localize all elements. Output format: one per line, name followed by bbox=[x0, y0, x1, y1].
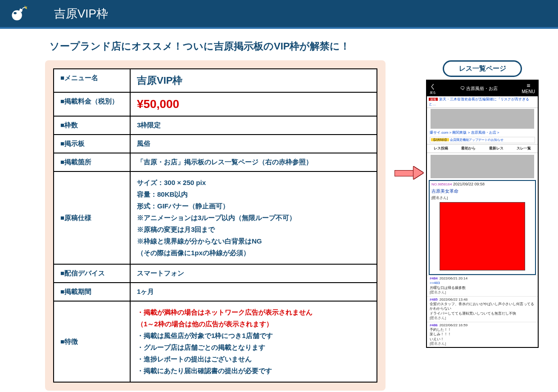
row-device-value: スマートフォン bbox=[137, 269, 184, 277]
feature-line: ・進捗レポートの提出はございません bbox=[137, 354, 370, 365]
tab-list[interactable]: スレ一覧 bbox=[517, 146, 531, 151]
feature-line-red: ・掲載が満枠の場合はネットワーク広告が表示されません bbox=[137, 307, 370, 318]
spec-table: ■メニュー名 吉原VIP枠 ■掲載料金（税別） ¥50,000 ■枠数 3枠限定… bbox=[53, 68, 377, 383]
back-label: 戻る bbox=[430, 90, 436, 95]
post-reply[interactable]: >>483 bbox=[430, 281, 440, 285]
spec-card: ■メニュー名 吉原VIP枠 ■掲載料金（税別） ¥50,000 ■枠数 3枠限定… bbox=[45, 60, 386, 391]
post-num[interactable]: #486 bbox=[430, 323, 438, 327]
row-feature-label: ■特徴 bbox=[54, 301, 130, 382]
breadcrumb[interactable]: 爆サイ.com > 南関東版 > 吉原風俗・お店 > bbox=[427, 130, 538, 136]
feature-line: ・グループ店は店舗ごとの掲載となります bbox=[137, 342, 370, 353]
phone-title: 🗨 吉原風俗・お店 bbox=[460, 86, 498, 91]
post-ts: 2022/06/22 13:48 bbox=[440, 297, 467, 302]
feature-line: ・掲載にあたり届出確認書の提出が必要です bbox=[137, 365, 370, 376]
tab-post[interactable]: レス投稿 bbox=[434, 146, 448, 151]
post-sig: [匿名さん] bbox=[430, 290, 535, 295]
row-location-label: ■掲載箇所 bbox=[54, 153, 130, 171]
post-item: #4862022/06/22 16:59 予約した！！ 楽しみ！！！ いえい！ … bbox=[427, 322, 538, 347]
svg-point-5 bbox=[14, 12, 16, 14]
post-item: #4842022/06/21 20:14 >>483 月曜な日は帰る嬢多数 [匿… bbox=[427, 275, 538, 296]
thread-no: NO.9858164 bbox=[431, 182, 452, 186]
post-num[interactable]: #484 bbox=[430, 276, 438, 280]
post-num[interactable]: #485 bbox=[430, 297, 438, 302]
post-body: 予約した！！ 楽しみ！！！ いえい！ bbox=[430, 328, 535, 342]
spec-line: ※原稿の変更は月3回まで bbox=[137, 224, 370, 235]
spec-line: ※アニメーションは3ループ以内（無限ループ不可） bbox=[137, 212, 370, 223]
row-slots-value: 3枠限定 bbox=[137, 121, 161, 129]
ad-placeholder bbox=[431, 109, 534, 129]
spec-line: 形式：GIFバナー（静止画可） bbox=[137, 201, 370, 212]
row-menu-label: ■メニュー名 bbox=[54, 69, 130, 92]
chevron-left-icon: く bbox=[430, 83, 436, 90]
row-device-label: ■配信デバイス bbox=[54, 264, 130, 283]
row-period-value: 1ヶ月 bbox=[137, 288, 154, 295]
news-banner[interactable]: 速報楽天・三木谷浩史会長が五輪開催に『リスクが高すぎると… bbox=[427, 96, 538, 108]
menu-button[interactable]: ≡ MENU bbox=[522, 82, 535, 95]
spec-line: （その際は画像に1pxの枠線が必須） bbox=[137, 248, 370, 258]
row-menu-value: 吉原VIP枠 bbox=[137, 75, 182, 86]
svg-line-3 bbox=[26, 8, 27, 9]
feature-line: ・掲載は風俗店が対象で1枠につき1店舗です bbox=[137, 330, 370, 341]
post-body: 金髪のスタッフ、香水のにおいがやばいし声小さいし何言ってるかわからない ドライバ… bbox=[430, 302, 535, 316]
notice-tag: 【2月5日】 bbox=[431, 138, 449, 141]
row-location-value: 「吉原・お店」掲示板のレス一覧ページ（右の赤枠参照） bbox=[137, 158, 313, 166]
back-button[interactable]: く 戻る bbox=[430, 82, 436, 95]
row-slots-label: ■枠数 bbox=[54, 116, 130, 135]
ad-placeholder bbox=[431, 155, 534, 178]
banner-tag: 速報 bbox=[429, 98, 438, 101]
spec-line: サイズ：300 × 250 pix bbox=[137, 177, 370, 188]
svg-point-0 bbox=[12, 10, 22, 20]
feature-line-red: （1～2枠の場合は他の広告が表示されます） bbox=[137, 319, 370, 329]
row-spec-label: ■原稿仕様 bbox=[54, 171, 130, 264]
row-period-label: ■掲載期間 bbox=[54, 283, 130, 301]
page-title: 吉原VIP枠 bbox=[54, 6, 108, 22]
thread-ts: 2021/09/22 09:58 bbox=[453, 182, 485, 186]
row-board-value: 風俗 bbox=[137, 140, 150, 147]
preview-column: レス一覧ページ く 戻る 🗨 吉原風俗・お店 ≡ MENU 速報楽天・三木谷浩史… bbox=[426, 60, 539, 348]
phone-topbar: く 戻る 🗨 吉原風俗・お店 ≡ MENU bbox=[427, 81, 538, 96]
tab-first[interactable]: 最初から bbox=[461, 146, 476, 151]
thread-tabs: レス投稿 最初から 最新レス スレ一覧 bbox=[427, 144, 538, 153]
highlighted-slot: NO.9858164 2021/09/22 09:58 吉原美女革命 [匿名さん… bbox=[429, 180, 536, 275]
thread-anon: [匿名さん] bbox=[431, 196, 533, 200]
phone-mock: く 戻る 🗨 吉原風俗・お店 ≡ MENU 速報楽天・三木谷浩史会長が五輪開催に… bbox=[426, 80, 539, 348]
hamburger-icon: ≡ bbox=[522, 82, 535, 89]
post-sig: [匿名さん] bbox=[430, 316, 535, 320]
spec-line: 容量：80KB以内 bbox=[137, 189, 370, 200]
notice-text: 会員限定機能アップデートのお知らせ bbox=[450, 138, 504, 141]
post-ts: 2022/06/21 20:14 bbox=[440, 276, 467, 280]
ad-slot-redbox bbox=[440, 202, 525, 270]
post-ts: 2022/06/22 16:59 bbox=[440, 323, 467, 327]
post-sig: [匿名さん] bbox=[430, 342, 535, 346]
header-bar: 吉原VIP枠 bbox=[0, 0, 558, 29]
arrow-icon bbox=[390, 168, 426, 177]
menu-label: MENU bbox=[522, 89, 535, 95]
tab-latest[interactable]: 最新レス bbox=[489, 146, 504, 151]
notice-bar[interactable]: 【2月5日】会員限定機能アップデートのお知らせ bbox=[430, 137, 535, 143]
row-board-label: ■掲示板 bbox=[54, 135, 130, 153]
post-body: 月曜な日は帰る嬢多数 bbox=[430, 286, 535, 290]
row-price-value: ¥50,000 bbox=[137, 97, 179, 111]
banner-text: 楽天・三木谷浩史会長が五輪開催に『リスクが高すぎると… bbox=[429, 97, 529, 106]
post-item: #4852022/06/22 13:48 金髪のスタッフ、香水のにおいがやばいし… bbox=[427, 296, 538, 322]
preview-pill: レス一覧ページ bbox=[443, 60, 522, 77]
thread-title[interactable]: 吉原美女革命 bbox=[431, 188, 533, 194]
bomb-icon bbox=[9, 5, 27, 23]
row-price-label: ■掲載料金（税別） bbox=[54, 92, 130, 116]
subtitle: ソープランド店にオススメ！ついに吉原掲示板のVIP枠が解禁に！ bbox=[50, 40, 558, 53]
spec-line: ※枠線と境界線が分からない白背景はNG bbox=[137, 236, 370, 247]
